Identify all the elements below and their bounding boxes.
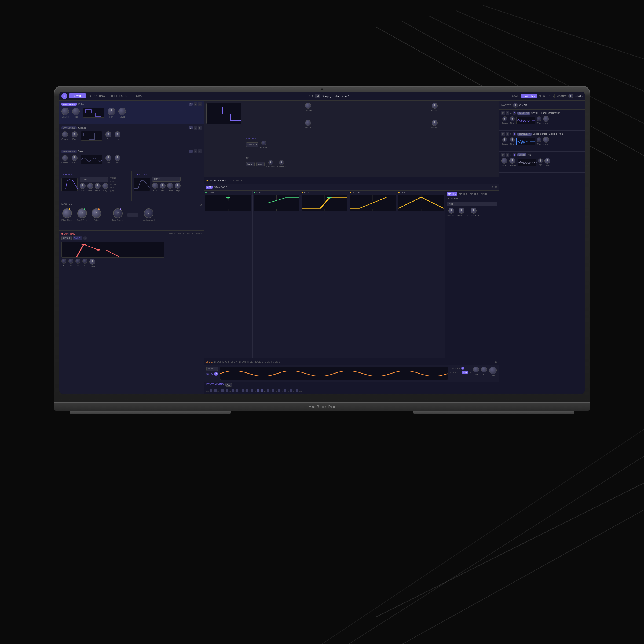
lfo-fade-knob[interactable] [473,367,479,372]
ring-mod-source[interactable]: Source 1 [246,142,258,147]
save-button[interactable]: SAVE [512,94,519,97]
ring-mod-amount-knob[interactable] [261,141,266,145]
macro-2-knob[interactable]: 2 [77,208,87,218]
granular5-power[interactable]: ⏻ [513,132,516,136]
filter1-cut-knob[interactable] [80,183,86,189]
filter1-res-knob[interactable] [87,183,93,189]
piano-key-9[interactable] [251,389,253,392]
math2-tab[interactable]: MATH 2 [458,192,468,196]
fm-amount2-knob[interactable] [279,160,284,165]
macro-1-knob[interactable]: 1 [62,208,72,218]
math3-tab[interactable]: MATH 3 [469,192,479,196]
sampler4-level-knob[interactable] [543,116,549,122]
noise6-pan-knob[interactable] [538,158,543,163]
osc3-solo[interactable]: S [198,149,202,153]
math4-tab[interactable]: MATH 4 [480,192,490,196]
granular5-type[interactable]: GRANULAR [517,133,531,136]
filter1-pre-label[interactable]: PRE [110,180,116,182]
lfo5-tab[interactable]: LFO 5 [239,360,246,363]
noise6-type[interactable]: NOISE [517,153,526,156]
math-scale-knob[interactable] [471,208,477,214]
osc3-mute[interactable]: M [194,149,197,153]
filter2-type[interactable]: LP12 [152,177,181,182]
lfo-shape-select[interactable]: Sine [206,367,218,371]
tab-synth[interactable]: SYNTH [69,93,86,98]
piano-key-8[interactable] [246,389,248,392]
filter2-drive-knob[interactable] [167,183,173,189]
env5-label[interactable]: ENV 5 [195,232,203,235]
env-s-knob[interactable] [75,259,80,264]
sync-badge[interactable]: SYNC [73,236,82,240]
piano-key-black-1[interactable] [213,390,214,392]
tab-routing[interactable]: ⟳ ROUTING [87,93,108,98]
osc3-pan-knob[interactable] [105,155,111,161]
piano-key-13[interactable] [272,389,274,392]
osc1-pan-knob[interactable] [108,108,115,115]
granular5-coarse-knob[interactable] [502,137,507,142]
master-vol-knob[interactable] [568,94,573,98]
osc2-coarse-knob[interactable] [62,131,68,137]
filter2-key-knob[interactable] [175,183,181,189]
keytrack-mode[interactable]: Add [225,383,232,387]
filter2-cut-knob[interactable] [152,183,158,189]
osc3-fine-knob[interactable] [72,155,78,161]
osc2-fine-knob[interactable] [72,131,78,137]
piano-key-black-5[interactable] [249,390,250,392]
noise6-power[interactable]: ⏻ [513,153,516,157]
filter2-res-knob[interactable] [160,183,166,189]
piano-key-5[interactable] [232,389,234,392]
env3-label[interactable]: ENV 3 [177,232,185,235]
tab-global[interactable]: GLOBAL [130,93,146,98]
osc3-coarse-knob[interactable] [62,155,68,161]
macro-x-knob[interactable]: X [113,208,123,218]
right-master-knob[interactable] [513,103,518,108]
sampler4-coarse-knob[interactable] [502,116,507,121]
sampler4-m[interactable]: M [501,111,505,115]
piano-key-11[interactable] [261,389,263,392]
mpe-expand[interactable]: ⊞ [495,186,497,189]
trigger-check[interactable]: ✓ [461,367,464,370]
sampler4-pan-knob[interactable] [537,116,541,121]
noise6-m[interactable]: M [501,153,505,157]
noise6-density-knob[interactable] [509,158,515,164]
lfo1-tab[interactable]: LFO 1 [206,360,213,363]
filter1-post-label[interactable]: POST [110,183,116,186]
osc2-type-badge[interactable]: WAVETABLE [61,126,77,129]
piano-key-black-6[interactable] [259,390,261,392]
osc2-mute[interactable]: M [194,126,197,130]
mpe-badge[interactable]: MPE [206,186,213,189]
lfo3-tab[interactable]: LFO 3 [222,360,229,363]
piano-key-black-2[interactable] [224,390,225,392]
math-source2-knob[interactable] [459,208,464,214]
math-source1-knob[interactable] [448,208,454,214]
nav-arrow-left[interactable]: < [309,94,310,97]
filter1-drive-knob[interactable] [95,183,101,189]
granular5-s[interactable]: S [506,132,509,136]
noise6-width-knob[interactable] [501,158,507,164]
piano-key-black-4[interactable] [244,390,246,392]
width-knob[interactable] [305,120,311,126]
piano-key-3[interactable] [221,389,224,392]
lfo-sync-check[interactable]: ✓ [214,372,218,376]
mod-panels-tab[interactable]: MOD PANELS [210,179,226,182]
piano-key-12[interactable] [267,389,269,392]
osc2-pan-knob[interactable] [105,131,111,137]
mod-matrix-tab[interactable]: MOD MATRIX [229,179,245,182]
osc3-level-knob[interactable] [115,155,120,161]
sampler4-type[interactable]: SAMPLER [517,112,530,115]
save-as-button[interactable]: SAVE AS [521,94,537,98]
piano-key-7[interactable] [242,389,244,392]
lfo4-tab[interactable]: LFO 4 [231,360,237,363]
fm-amount1-knob[interactable] [268,160,273,165]
lfo-freq-knob[interactable] [481,367,487,372]
redo-button[interactable]: ↪ [552,94,554,97]
osc1-type-badge[interactable]: WAVETABLE [61,103,77,106]
multimod1-tab[interactable]: MULTI-MOD 1 [247,360,263,363]
noise6-level-knob[interactable] [544,158,550,164]
osc1-level-knob[interactable] [118,108,126,115]
osc2-level-knob[interactable] [115,131,120,137]
multimod2-tab[interactable]: MULTI-MOD 2 [265,360,280,363]
noise6-s[interactable]: S [506,153,509,157]
piano-key-2[interactable] [214,389,217,392]
env-d-knob[interactable] [68,259,73,264]
